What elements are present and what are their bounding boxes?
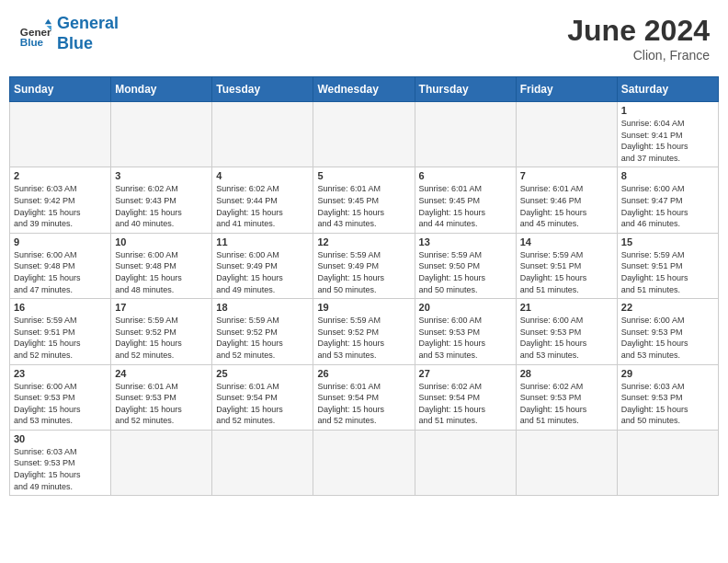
day-info: Sunrise: 6:00 AMSunset: 9:48 PMDaylight:… [115,249,208,295]
day-cell-15: 15Sunrise: 5:59 AMSunset: 9:51 PMDayligh… [617,233,718,298]
empty-cell [212,102,313,167]
day-number: 4 [216,170,309,181]
day-info: Sunrise: 6:01 AMSunset: 9:46 PMDaylight:… [520,183,613,229]
day-number: 3 [115,170,208,181]
day-info: Sunrise: 6:00 AMSunset: 9:53 PMDaylight:… [520,315,613,361]
day-cell-20: 20Sunrise: 6:00 AMSunset: 9:53 PMDayligh… [415,299,516,364]
day-cell-24: 24Sunrise: 6:01 AMSunset: 9:53 PMDayligh… [111,364,212,430]
day-cell-8: 8Sunrise: 6:00 AMSunset: 9:47 PMDaylight… [617,167,718,233]
month-title: June 2024 [567,14,710,48]
day-number: 18 [216,302,309,313]
day-info: Sunrise: 5:59 AMSunset: 9:52 PMDaylight:… [216,315,309,361]
day-cell-9: 9Sunrise: 6:00 AMSunset: 9:48 PMDaylight… [10,233,111,298]
day-number: 19 [317,302,410,313]
day-number: 12 [317,236,410,247]
day-info: Sunrise: 5:59 AMSunset: 9:49 PMDaylight:… [317,249,410,295]
day-info: Sunrise: 6:00 AMSunset: 9:53 PMDaylight:… [14,381,107,427]
day-number: 6 [419,170,512,181]
day-info: Sunrise: 6:01 AMSunset: 9:54 PMDaylight:… [317,381,410,427]
day-number: 14 [520,236,613,247]
day-number: 5 [317,170,410,181]
day-cell-10: 10Sunrise: 6:00 AMSunset: 9:48 PMDayligh… [111,233,212,298]
day-cell-16: 16Sunrise: 5:59 AMSunset: 9:51 PMDayligh… [10,299,111,364]
svg-marker-2 [45,18,51,23]
day-info: Sunrise: 5:59 AMSunset: 9:52 PMDaylight:… [317,315,410,361]
empty-cell [111,430,212,495]
day-info: Sunrise: 6:02 AMSunset: 9:54 PMDaylight:… [419,381,512,427]
day-cell-27: 27Sunrise: 6:02 AMSunset: 9:54 PMDayligh… [415,364,516,430]
empty-cell [313,430,415,495]
col-monday: Monday [111,77,212,102]
day-number: 10 [115,236,208,247]
empty-cell [415,430,516,495]
day-info: Sunrise: 6:00 AMSunset: 9:47 PMDaylight:… [621,183,714,229]
day-cell-12: 12Sunrise: 5:59 AMSunset: 9:49 PMDayligh… [313,233,415,298]
day-info: Sunrise: 6:02 AMSunset: 9:53 PMDaylight:… [520,381,613,427]
day-number: 23 [14,368,107,379]
empty-cell [10,102,111,167]
day-number: 16 [14,302,107,313]
day-number: 9 [14,236,107,247]
empty-cell [516,430,617,495]
day-info: Sunrise: 6:03 AMSunset: 9:53 PMDaylight:… [621,381,714,427]
day-info: Sunrise: 6:00 AMSunset: 9:53 PMDaylight:… [621,315,714,361]
day-cell-5: 5Sunrise: 6:01 AMSunset: 9:45 PMDaylight… [313,167,415,233]
day-cell-1: 1Sunrise: 6:04 AMSunset: 9:41 PMDaylight… [617,102,718,167]
day-number: 24 [115,368,208,379]
day-cell-28: 28Sunrise: 6:02 AMSunset: 9:53 PMDayligh… [516,364,617,430]
day-cell-23: 23Sunrise: 6:00 AMSunset: 9:53 PMDayligh… [10,364,111,430]
day-cell-30: 30Sunrise: 6:03 AMSunset: 9:53 PMDayligh… [10,430,111,495]
day-number: 20 [419,302,512,313]
day-number: 27 [419,368,512,379]
col-wednesday: Wednesday [313,77,415,102]
day-info: Sunrise: 5:59 AMSunset: 9:51 PMDaylight:… [14,315,107,361]
day-info: Sunrise: 6:03 AMSunset: 9:53 PMDaylight:… [14,446,107,492]
day-cell-3: 3Sunrise: 6:02 AMSunset: 9:43 PMDaylight… [111,167,212,233]
day-info: Sunrise: 6:01 AMSunset: 9:54 PMDaylight:… [216,381,309,427]
day-cell-17: 17Sunrise: 5:59 AMSunset: 9:52 PMDayligh… [111,299,212,364]
page-header: General Blue GeneralBlue June 2024 Clion… [9,9,719,67]
day-info: Sunrise: 5:59 AMSunset: 9:51 PMDaylight:… [621,249,714,295]
day-number: 13 [419,236,512,247]
calendar-table: Sunday Monday Tuesday Wednesday Thursday… [9,76,719,496]
empty-cell [415,102,516,167]
day-cell-13: 13Sunrise: 5:59 AMSunset: 9:50 PMDayligh… [415,233,516,298]
day-cell-14: 14Sunrise: 5:59 AMSunset: 9:51 PMDayligh… [516,233,617,298]
day-number: 25 [216,368,309,379]
day-cell-11: 11Sunrise: 6:00 AMSunset: 9:49 PMDayligh… [212,233,313,298]
day-cell-25: 25Sunrise: 6:01 AMSunset: 9:54 PMDayligh… [212,364,313,430]
empty-cell [313,102,415,167]
day-info: Sunrise: 6:01 AMSunset: 9:45 PMDaylight:… [419,183,512,229]
day-number: 28 [520,368,613,379]
day-cell-21: 21Sunrise: 6:00 AMSunset: 9:53 PMDayligh… [516,299,617,364]
empty-cell [212,430,313,495]
day-cell-22: 22Sunrise: 6:00 AMSunset: 9:53 PMDayligh… [617,299,718,364]
day-info: Sunrise: 6:00 AMSunset: 9:53 PMDaylight:… [419,315,512,361]
logo: General Blue GeneralBlue [18,14,119,53]
day-info: Sunrise: 5:59 AMSunset: 9:50 PMDaylight:… [419,249,512,295]
day-number: 15 [621,236,714,247]
day-info: Sunrise: 6:03 AMSunset: 9:42 PMDaylight:… [14,183,107,229]
svg-text:Blue: Blue [20,35,44,47]
day-info: Sunrise: 6:02 AMSunset: 9:43 PMDaylight:… [115,183,208,229]
col-tuesday: Tuesday [212,77,313,102]
day-info: Sunrise: 6:00 AMSunset: 9:48 PMDaylight:… [14,249,107,295]
day-number: 26 [317,368,410,379]
day-cell-7: 7Sunrise: 6:01 AMSunset: 9:46 PMDaylight… [516,167,617,233]
day-cell-19: 19Sunrise: 5:59 AMSunset: 9:52 PMDayligh… [313,299,415,364]
day-number: 29 [621,368,714,379]
day-number: 2 [14,170,107,181]
col-sunday: Sunday [10,77,111,102]
day-cell-18: 18Sunrise: 5:59 AMSunset: 9:52 PMDayligh… [212,299,313,364]
day-number: 1 [621,105,714,116]
location: Clion, France [567,48,710,63]
day-info: Sunrise: 6:01 AMSunset: 9:45 PMDaylight:… [317,183,410,229]
day-info: Sunrise: 6:00 AMSunset: 9:49 PMDaylight:… [216,249,309,295]
title-block: June 2024 Clion, France [567,14,710,63]
day-info: Sunrise: 6:04 AMSunset: 9:41 PMDaylight:… [621,118,714,164]
col-thursday: Thursday [415,77,516,102]
day-cell-26: 26Sunrise: 6:01 AMSunset: 9:54 PMDayligh… [313,364,415,430]
day-number: 22 [621,302,714,313]
day-cell-4: 4Sunrise: 6:02 AMSunset: 9:44 PMDaylight… [212,167,313,233]
empty-cell [617,430,718,495]
